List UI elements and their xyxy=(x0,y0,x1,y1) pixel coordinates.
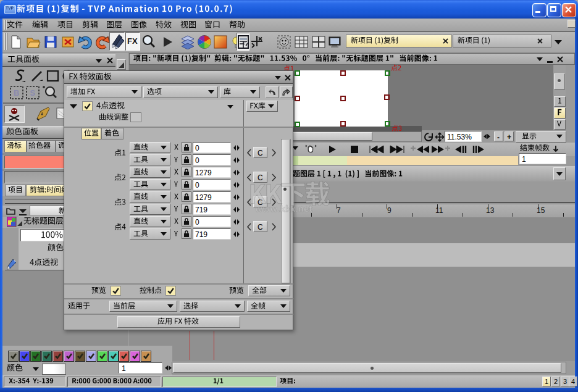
svg-text:B: B xyxy=(14,88,19,98)
svg-text:S: S xyxy=(30,88,36,98)
